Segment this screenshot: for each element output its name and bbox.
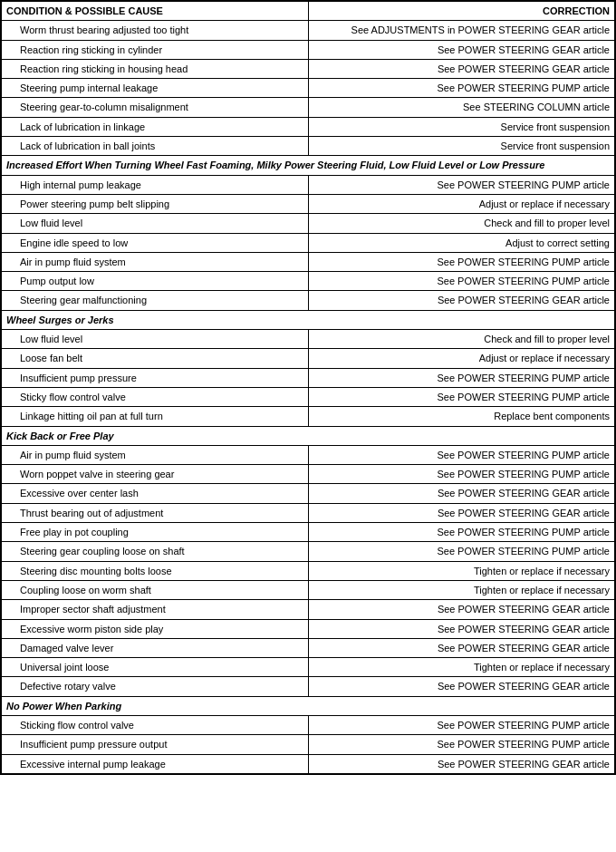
correction-cell: See POWER STEERING GEAR article bbox=[308, 484, 615, 503]
table-row: Engine idle speed to lowAdjust to correc… bbox=[2, 233, 615, 252]
condition-cell: Steering disc mounting bolts loose bbox=[2, 561, 309, 580]
section-header-label: Increased Effort When Turning Wheel Fast… bbox=[2, 156, 615, 175]
correction-cell: See POWER STEERING GEAR article bbox=[308, 40, 615, 59]
condition-cell: Air in pump fluid system bbox=[2, 252, 309, 271]
section-header-label: Kick Back or Free Play bbox=[2, 426, 615, 445]
correction-cell: Adjust or replace if necessary bbox=[308, 194, 615, 213]
condition-cell: Steering gear-to-column misalignment bbox=[2, 98, 309, 117]
condition-header: CONDITION & POSSIBLE CAUSE bbox=[2, 2, 309, 21]
correction-cell: See POWER STEERING GEAR article bbox=[308, 619, 615, 638]
correction-cell: See POWER STEERING GEAR article bbox=[308, 59, 615, 78]
table-row: Lack of lubrication in linkageService fr… bbox=[2, 117, 615, 136]
condition-cell: Steering gear malfunctioning bbox=[2, 291, 309, 310]
condition-cell: Free play in pot coupling bbox=[2, 523, 309, 542]
table-row: Damaged valve leverSee POWER STEERING GE… bbox=[2, 638, 615, 657]
correction-cell: See POWER STEERING PUMP article bbox=[308, 523, 615, 542]
condition-cell: Improper sector shaft adjustment bbox=[2, 600, 309, 619]
correction-cell: See ADJUSTMENTS in POWER STEERING GEAR a… bbox=[308, 21, 615, 40]
correction-cell: See POWER STEERING GEAR article bbox=[308, 291, 615, 310]
correction-cell: Check and fill to proper level bbox=[308, 330, 615, 349]
condition-cell: Low fluid level bbox=[2, 214, 309, 233]
table-row: Steering disc mounting bolts looseTighte… bbox=[2, 561, 615, 580]
condition-cell: Defective rotary valve bbox=[2, 677, 309, 696]
table-row: Free play in pot couplingSee POWER STEER… bbox=[2, 523, 615, 542]
correction-cell: See POWER STEERING GEAR article bbox=[308, 754, 615, 773]
condition-cell: Steering gear coupling loose on shaft bbox=[2, 542, 309, 561]
condition-cell: Sticky flow control valve bbox=[2, 387, 309, 406]
correction-header: CORRECTION bbox=[308, 2, 615, 21]
correction-cell: See POWER STEERING PUMP article bbox=[308, 175, 615, 194]
condition-cell: Pump output low bbox=[2, 272, 309, 291]
table-row: Thrust bearing out of adjustmentSee POWE… bbox=[2, 503, 615, 522]
table-row: Lack of lubrication in ball jointsServic… bbox=[2, 137, 615, 156]
table-row: Air in pump fluid systemSee POWER STEERI… bbox=[2, 252, 615, 271]
table-row: Insufficient pump pressureSee POWER STEE… bbox=[2, 368, 615, 387]
correction-cell: Tighten or replace if necessary bbox=[308, 580, 615, 599]
correction-cell: See POWER STEERING PUMP article bbox=[308, 465, 615, 484]
condition-cell: Steering pump internal leakage bbox=[2, 79, 309, 98]
correction-cell: See POWER STEERING PUMP article bbox=[308, 79, 615, 98]
correction-cell: See STEERING COLUMN article bbox=[308, 98, 615, 117]
table-row: Sticking flow control valveSee POWER STE… bbox=[2, 715, 615, 734]
section-header-label: No Power When Parking bbox=[2, 696, 615, 715]
correction-cell: See POWER STEERING GEAR article bbox=[308, 638, 615, 657]
condition-cell: Lack of lubrication in linkage bbox=[2, 117, 309, 136]
table-row: Linkage hitting oil pan at full turnRepl… bbox=[2, 407, 615, 426]
correction-cell: See POWER STEERING GEAR article bbox=[308, 503, 615, 522]
condition-cell: Worn poppet valve in steering gear bbox=[2, 465, 309, 484]
condition-cell: Insufficient pump pressure bbox=[2, 368, 309, 387]
table-row: Excessive worm piston side playSee POWER… bbox=[2, 619, 615, 638]
condition-cell: Coupling loose on worm shaft bbox=[2, 580, 309, 599]
condition-cell: Sticking flow control valve bbox=[2, 715, 309, 734]
table-row: Pump output lowSee POWER STEERING PUMP a… bbox=[2, 272, 615, 291]
correction-cell: See POWER STEERING PUMP article bbox=[308, 542, 615, 561]
correction-cell: See POWER STEERING PUMP article bbox=[308, 272, 615, 291]
table-row: High internal pump leakageSee POWER STEE… bbox=[2, 175, 615, 194]
table-row: Low fluid levelCheck and fill to proper … bbox=[2, 330, 615, 349]
table-row: Steering gear malfunctioningSee POWER ST… bbox=[2, 291, 615, 310]
condition-cell: Low fluid level bbox=[2, 330, 309, 349]
table-row: Steering gear-to-column misalignmentSee … bbox=[2, 98, 615, 117]
condition-cell: Lack of lubrication in ball joints bbox=[2, 137, 309, 156]
correction-cell: Service front suspension bbox=[308, 117, 615, 136]
table-row: Coupling loose on worm shaftTighten or r… bbox=[2, 580, 615, 599]
correction-cell: Adjust or replace if necessary bbox=[308, 349, 615, 368]
correction-cell: See POWER STEERING PUMP article bbox=[308, 368, 615, 387]
condition-cell: Excessive internal pump leakage bbox=[2, 754, 309, 773]
correction-cell: See POWER STEERING PUMP article bbox=[308, 735, 615, 754]
table-row: Reaction ring sticking in housing headSe… bbox=[2, 59, 615, 78]
condition-cell: Universal joint loose bbox=[2, 658, 309, 677]
table-row: Sticky flow control valveSee POWER STEER… bbox=[2, 387, 615, 406]
table-row: Reaction ring sticking in cylinderSee PO… bbox=[2, 40, 615, 59]
condition-cell: Reaction ring sticking in housing head bbox=[2, 59, 309, 78]
table-row: Steering pump internal leakageSee POWER … bbox=[2, 79, 615, 98]
table-row: Loose fan beltAdjust or replace if neces… bbox=[2, 349, 615, 368]
table-row: Steering gear coupling loose on shaftSee… bbox=[2, 542, 615, 561]
table-row: Excessive over center lashSee POWER STEE… bbox=[2, 484, 615, 503]
condition-cell: Power steering pump belt slipping bbox=[2, 194, 309, 213]
condition-cell: Linkage hitting oil pan at full turn bbox=[2, 407, 309, 426]
condition-cell: Engine idle speed to low bbox=[2, 233, 309, 252]
condition-cell: Reaction ring sticking in cylinder bbox=[2, 40, 309, 59]
correction-cell: Check and fill to proper level bbox=[308, 214, 615, 233]
section-header-label: Wheel Surges or Jerks bbox=[2, 310, 615, 329]
condition-cell: Insufficient pump pressure output bbox=[2, 735, 309, 754]
condition-cell: High internal pump leakage bbox=[2, 175, 309, 194]
table-row: Worn poppet valve in steering gearSee PO… bbox=[2, 465, 615, 484]
correction-cell: See POWER STEERING PUMP article bbox=[308, 445, 615, 464]
condition-cell: Damaged valve lever bbox=[2, 638, 309, 657]
correction-cell: Service front suspension bbox=[308, 137, 615, 156]
table-row: Excessive internal pump leakageSee POWER… bbox=[2, 754, 615, 773]
table-row: Universal joint looseTighten or replace … bbox=[2, 658, 615, 677]
condition-cell: Worm thrust bearing adjusted too tight bbox=[2, 21, 309, 40]
table-row: Worm thrust bearing adjusted too tightSe… bbox=[2, 21, 615, 40]
table-row: Improper sector shaft adjustmentSee POWE… bbox=[2, 600, 615, 619]
main-table: CONDITION & POSSIBLE CAUSE CORRECTION Wo… bbox=[0, 0, 616, 775]
table-row: Defective rotary valveSee POWER STEERING… bbox=[2, 677, 615, 696]
correction-cell: See POWER STEERING PUMP article bbox=[308, 252, 615, 271]
table-row: Low fluid levelCheck and fill to proper … bbox=[2, 214, 615, 233]
condition-cell: Excessive worm piston side play bbox=[2, 619, 309, 638]
table-row: Air in pump fluid systemSee POWER STEERI… bbox=[2, 445, 615, 464]
correction-cell: Tighten or replace if necessary bbox=[308, 658, 615, 677]
correction-cell: Adjust to correct setting bbox=[308, 233, 615, 252]
